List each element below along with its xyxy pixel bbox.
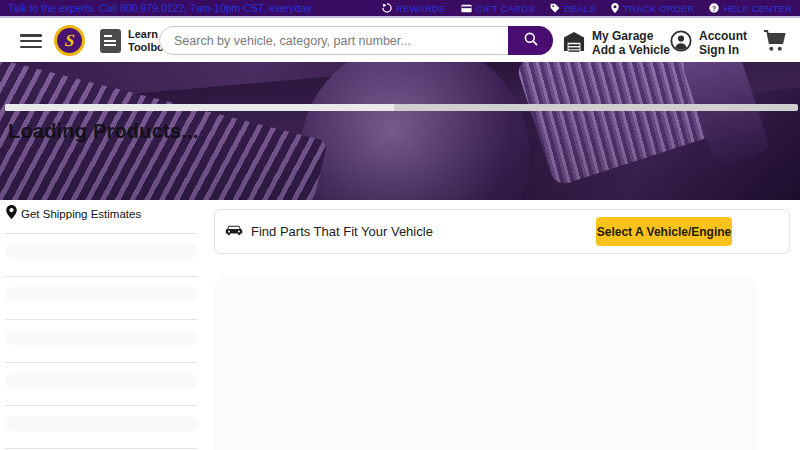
location-pin-icon — [6, 205, 17, 223]
logo-letter: S — [64, 32, 75, 49]
sidebar-divider — [5, 319, 197, 320]
gift-cards-link[interactable]: GIFT CARDS — [461, 3, 535, 14]
sidebar-skeleton-row — [5, 330, 197, 345]
deals-link[interactable]: DEALS — [550, 3, 596, 14]
sidebar-divider — [5, 362, 197, 363]
products-loading-skeleton — [214, 278, 757, 450]
gift-card-icon — [461, 4, 472, 13]
svg-text:?: ? — [712, 5, 716, 12]
account-label: Account — [699, 29, 747, 43]
track-order-label: TRACK ORDER — [623, 3, 694, 14]
top-links: REWARDS GIFT CARDS DEALS TRACK ORDER ? H… — [382, 3, 792, 14]
cart-button[interactable] — [762, 29, 787, 56]
search-input[interactable] — [159, 26, 553, 55]
hero-banner: Loading Products... — [0, 62, 800, 200]
my-garage-button[interactable]: My Garage Add a Vehicle — [563, 29, 670, 57]
sidebar-divider — [5, 405, 197, 406]
sidebar-divider — [5, 448, 197, 449]
sidebar-divider — [5, 276, 197, 277]
shipping-estimates-label: Get Shipping Estimates — [21, 208, 141, 220]
search-bar — [159, 26, 553, 55]
top-utility-bar: Talk to the experts. Call 800.979.0122, … — [0, 0, 800, 18]
tag-icon — [550, 3, 560, 13]
help-center-label: HELP CENTER — [723, 3, 792, 14]
sidebar-skeleton-row — [5, 287, 197, 302]
add-vehicle-label: Add a Vehicle — [592, 43, 670, 57]
search-icon — [523, 31, 539, 50]
get-shipping-estimates[interactable]: Get Shipping Estimates — [6, 205, 141, 223]
loading-progress-bar — [5, 104, 798, 111]
car-icon — [225, 223, 243, 241]
rewards-label: REWARDS — [396, 3, 446, 14]
list-icon — [100, 29, 121, 53]
track-order-link[interactable]: TRACK ORDER — [611, 3, 694, 14]
main-header: S Learn Toolbo: My Garage Add a Vehicle — [0, 20, 800, 62]
brand-logo[interactable]: S — [54, 25, 85, 56]
fit-vehicle-card: Find Parts That Fit Your Vehicle Select … — [214, 209, 790, 254]
rewards-icon — [382, 3, 392, 13]
account-icon — [670, 30, 692, 56]
sidebar-divider — [5, 233, 197, 234]
deals-label: DEALS — [564, 3, 596, 14]
account-signin-button[interactable]: Account Sign In — [670, 29, 747, 57]
loading-products-text: Loading Products... — [8, 120, 198, 143]
sign-in-label: Sign In — [699, 43, 747, 57]
page: Talk to the experts. Call 800.979.0122, … — [0, 0, 800, 450]
sidebar-skeleton-row — [5, 244, 197, 259]
sidebar-skeleton-row — [5, 416, 197, 431]
sidebar-skeleton-row — [5, 373, 197, 388]
gift-cards-label: GIFT CARDS — [476, 3, 535, 14]
menu-hamburger-icon[interactable] — [20, 34, 42, 48]
search-button[interactable] — [508, 26, 553, 55]
garage-icon — [563, 31, 585, 56]
fit-vehicle-text: Find Parts That Fit Your Vehicle — [251, 224, 433, 239]
pin-icon — [611, 3, 619, 13]
help-icon: ? — [709, 3, 719, 13]
nav-learn-toolbox[interactable]: Learn Toolbo: — [100, 28, 168, 53]
rewards-link[interactable]: REWARDS — [382, 3, 446, 14]
my-garage-label: My Garage — [592, 29, 670, 43]
cart-icon — [762, 38, 787, 55]
select-vehicle-engine-button[interactable]: Select A Vehicle/Engine — [596, 217, 732, 246]
phone-link[interactable]: Talk to the experts. Call 800.979.0122, … — [8, 2, 314, 14]
help-center-link[interactable]: ? HELP CENTER — [709, 3, 792, 14]
